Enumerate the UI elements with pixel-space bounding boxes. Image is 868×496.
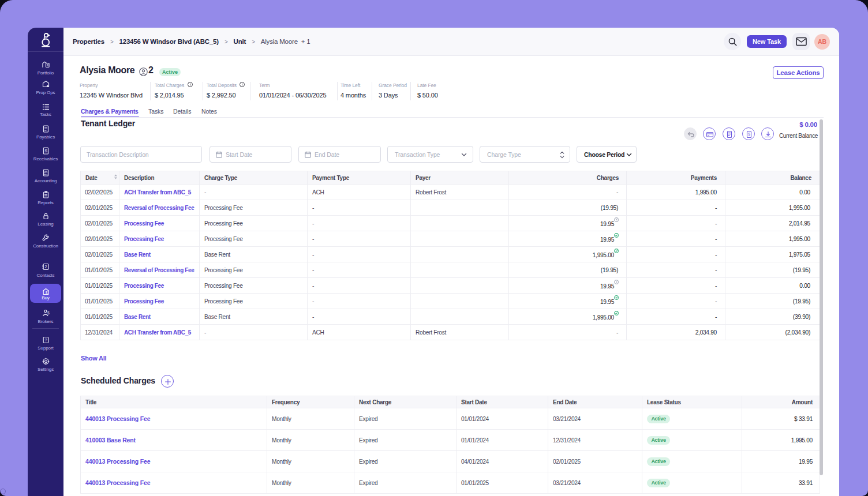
- svg-text:$: $: [45, 290, 47, 294]
- svg-text:$: $: [47, 311, 49, 315]
- svg-text:2: 2: [44, 265, 47, 269]
- svg-text:$: $: [748, 132, 750, 136]
- svg-text:$: $: [44, 148, 47, 153]
- svg-text:?: ?: [44, 337, 47, 343]
